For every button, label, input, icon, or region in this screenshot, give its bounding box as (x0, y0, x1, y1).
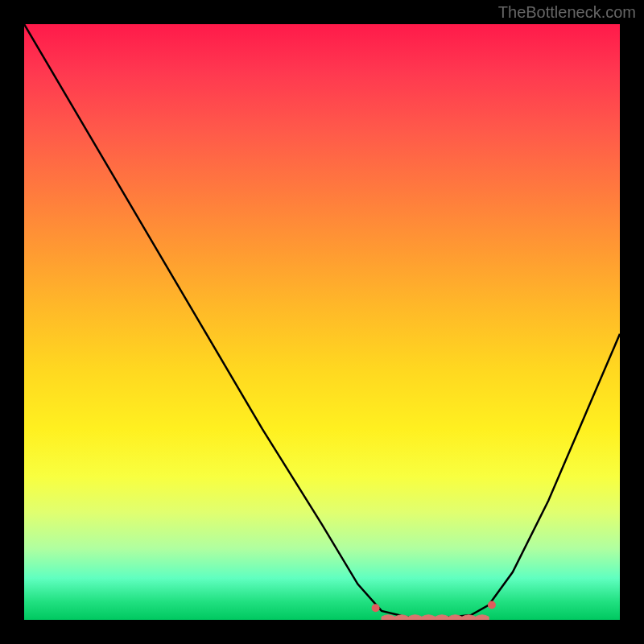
attribution-text: TheBottleneck.com (498, 3, 636, 22)
optimal-zone-marker (382, 615, 489, 620)
marker-dot-right (488, 601, 496, 609)
bottleneck-curve (24, 24, 620, 618)
marker-dot-left (372, 604, 380, 612)
chart-container (24, 24, 620, 620)
curve-overlay (24, 24, 620, 620)
